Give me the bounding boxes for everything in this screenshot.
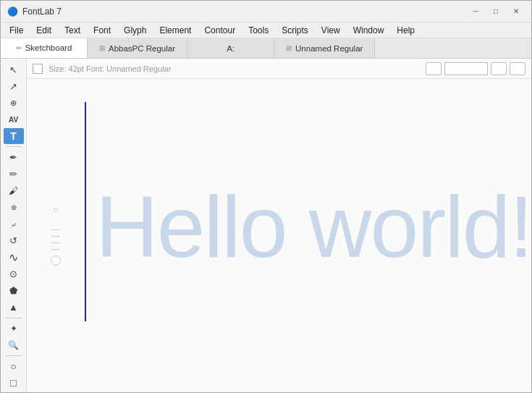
spiro-tool[interactable]: ⊛ [4, 199, 24, 215]
menu-help[interactable]: Help [391, 24, 421, 37]
app-icon: 🔵 [7, 6, 18, 17]
tab-sketchboard[interactable]: ✏ Sketchboard [1, 38, 88, 58]
canvas-text: Hello world! [96, 183, 531, 270]
paint-tool[interactable]: ⬟ [4, 283, 24, 299]
minimize-button[interactable]: ─ [466, 4, 485, 19]
kerning-tool[interactable]: AV [4, 111, 24, 127]
guide-dot-1 [54, 208, 58, 212]
tab-a-label: A: [227, 44, 235, 53]
maximize-button[interactable]: □ [486, 4, 505, 19]
canvas-guides [27, 79, 85, 393]
close-button[interactable]: ✕ [507, 4, 525, 19]
knife-tool[interactable]: ⌿ [4, 216, 24, 232]
freehand-tool[interactable]: ∿ [4, 250, 24, 266]
canvas-toolbar: Size: 42pt Font: Unnamed Regular [27, 59, 531, 79]
size-info: Size: 42pt Font: Unnamed Regular [48, 64, 171, 73]
canvas-input[interactable] [444, 62, 488, 75]
separator-1 [6, 146, 22, 147]
brush-tool[interactable]: 🖌 [4, 182, 24, 198]
menu-file[interactable]: File [4, 24, 29, 37]
tab-abbaspc-label: AbbasPC Regular [109, 44, 175, 53]
menu-text[interactable]: Text [59, 24, 86, 37]
canvas-toolbar-right [426, 62, 525, 75]
abbaspc-icon: ⊞ [99, 44, 105, 52]
size-checkbox[interactable] [33, 64, 43, 74]
rectangle-tool[interactable]: □ [4, 375, 24, 391]
pointer-tool[interactable]: ↖ [4, 62, 24, 77]
zoom-tool[interactable]: 🔍 [4, 337, 24, 353]
tab-sketchboard-label: Sketchboard [25, 43, 72, 52]
fill-tool[interactable]: ▲ [4, 300, 24, 316]
menu-window[interactable]: Window [347, 24, 390, 37]
tab-a[interactable]: A: [187, 38, 274, 58]
guide-line-2 [51, 236, 60, 237]
menu-element[interactable]: Element [153, 24, 197, 37]
menu-view[interactable]: View [316, 24, 346, 37]
unnamed-icon: ⊞ [286, 44, 292, 52]
ellipse-tool[interactable]: ○ [4, 358, 24, 374]
menu-edit[interactable]: Edit [30, 24, 57, 37]
menu-font[interactable]: Font [88, 24, 117, 37]
main-layout: ↖ ↗ ⊕ AV T ✒ ✏ 🖌 ⊛ ⌿ ↺ ∿ ⊙ ⬟ ▲ ✦ 🔍 ○ □ S… [1, 59, 531, 393]
canvas-ctrl-right2[interactable] [510, 62, 525, 75]
tab-unnamed-label: Unnamed Regular [295, 44, 363, 53]
guide-circle [51, 255, 61, 266]
separator-2 [6, 318, 22, 318]
hand-tool[interactable]: ✦ [4, 321, 24, 337]
canvas-area[interactable]: Size: 42pt Font: Unnamed Regular [27, 59, 531, 393]
separator-3 [6, 355, 22, 356]
menu-contour[interactable]: Contour [198, 24, 241, 37]
rotate-tool[interactable]: ↺ [4, 233, 24, 249]
guide-line-1 [51, 229, 60, 230]
toolbar: ↖ ↗ ⊕ AV T ✒ ✏ 🖌 ⊛ ⌿ ↺ ∿ ⊙ ⬟ ▲ ✦ 🔍 ○ □ [1, 59, 27, 393]
guide-line-3 [51, 242, 60, 243]
canvas-ctrl-left[interactable] [426, 62, 442, 75]
canvas-ctrl-right1[interactable] [491, 62, 507, 75]
tab-unnamed[interactable]: ⊞ Unnamed Regular [274, 38, 375, 58]
measure-tool[interactable]: ⊙ [4, 266, 24, 282]
guide-line-4 [51, 249, 60, 250]
select-tool[interactable]: ↗ [4, 78, 24, 94]
menu-scripts[interactable]: Scripts [276, 24, 314, 37]
window-controls: ─ □ ✕ [466, 4, 525, 19]
sketchboard-icon: ✏ [16, 44, 22, 52]
menu-tools[interactable]: Tools [242, 24, 274, 37]
menu-glyph[interactable]: Glyph [118, 24, 152, 37]
tab-bar: ✏ Sketchboard ⊞ AbbasPC Regular A: ⊞ Unn… [1, 38, 531, 59]
menu-bar: File Edit Text Font Glyph Element Contou… [1, 22, 531, 38]
pen-tool[interactable]: ✒ [4, 149, 24, 165]
node-tool[interactable]: ⊕ [4, 95, 24, 111]
app-title: FontLab 7 [22, 7, 62, 17]
tab-abbaspc[interactable]: ⊞ AbbasPC Regular [88, 38, 187, 58]
text-tool[interactable]: T [4, 128, 24, 144]
title-bar: 🔵 FontLab 7 ─ □ ✕ [1, 1, 531, 22]
pencil-tool[interactable]: ✏ [4, 166, 24, 182]
text-cursor [85, 102, 86, 321]
